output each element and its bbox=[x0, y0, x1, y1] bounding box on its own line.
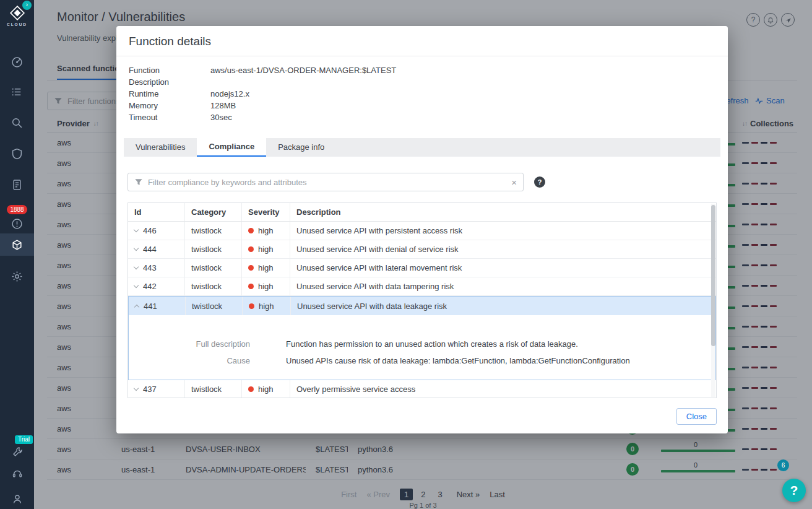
compliance-id: 441 bbox=[144, 302, 157, 311]
detail-label-memory: Memory bbox=[129, 100, 210, 111]
column-header-id[interactable]: Id bbox=[128, 203, 185, 221]
cell-id: 443 bbox=[128, 259, 185, 277]
detail-label-runtime: Runtime bbox=[129, 88, 210, 100]
row-detail-panel: Full descriptionFunction has permission … bbox=[129, 315, 715, 380]
cell-severity: high bbox=[243, 297, 291, 315]
scrollbar-thumb[interactable] bbox=[711, 205, 715, 346]
alert-icon bbox=[11, 218, 23, 230]
search-icon bbox=[11, 117, 23, 129]
detail-cause: CauseUnused APIs cause risk of data leak… bbox=[129, 352, 715, 369]
sidebar-item-defend[interactable] bbox=[0, 143, 34, 164]
logo-text: CLOUD bbox=[0, 22, 34, 27]
compliance-row[interactable]: 446twistlockhighUnused service API with … bbox=[128, 222, 716, 240]
high-severity-icon bbox=[248, 284, 254, 289]
modal-title: Function details bbox=[116, 26, 728, 56]
sidebar-item-radar[interactable] bbox=[0, 51, 34, 72]
compliance-row[interactable]: 443twistlockhighUnused service API with … bbox=[128, 259, 716, 277]
expanded-row-group: 441twistlockhighUnused service API with … bbox=[128, 296, 716, 380]
alert-count-badge: 1888 bbox=[7, 205, 27, 214]
cell-category: twistlock bbox=[186, 297, 243, 315]
help-bubble-button[interactable]: ? bbox=[782, 479, 806, 502]
cell-severity: high bbox=[242, 380, 290, 398]
cell-severity: high bbox=[242, 240, 290, 258]
scrollbar-track[interactable] bbox=[711, 204, 715, 397]
cell-id: 442 bbox=[128, 277, 185, 295]
wrench-icon bbox=[12, 446, 23, 458]
funnel-icon bbox=[134, 178, 143, 186]
compliance-table-body: 446twistlockhighUnused service API with … bbox=[128, 222, 716, 398]
expand-chevron-icon[interactable] bbox=[134, 386, 139, 391]
cell-category: twistlock bbox=[185, 277, 242, 295]
cell-id: 437 bbox=[128, 380, 185, 398]
tab-package-info[interactable]: Package info bbox=[266, 138, 336, 157]
sidebar-item-alerts[interactable] bbox=[0, 213, 34, 234]
cell-severity: high bbox=[242, 259, 290, 277]
cube-icon bbox=[11, 239, 23, 251]
detail-full-description: Full descriptionFunction has permission … bbox=[129, 336, 715, 352]
sidebar-item-profile[interactable] bbox=[0, 489, 34, 509]
tab-compliance[interactable]: Compliance bbox=[197, 138, 266, 157]
function-details-modal: Function details Functionaws/us-east-1/D… bbox=[116, 26, 728, 433]
detail-value-memory: 128MB bbox=[210, 100, 236, 111]
severity-label: high bbox=[258, 263, 274, 272]
sidebar-item-compliance[interactable] bbox=[0, 174, 34, 195]
tab-vulnerabilities[interactable]: Vulnerabilities bbox=[124, 138, 197, 157]
help-count-badge: 6 bbox=[777, 459, 789, 471]
sidebar-item-policies[interactable] bbox=[0, 81, 34, 102]
sidebar-expand-badge[interactable]: › bbox=[22, 1, 32, 10]
compliance-filter[interactable]: × bbox=[127, 173, 524, 191]
cell-severity: high bbox=[242, 277, 290, 295]
detail-label-description: Description bbox=[129, 76, 210, 88]
compliance-filter-input[interactable] bbox=[148, 178, 506, 187]
cell-id: 441 bbox=[129, 297, 186, 315]
collapse-chevron-icon[interactable] bbox=[134, 304, 139, 309]
severity-label: high bbox=[258, 385, 274, 394]
high-severity-icon bbox=[248, 246, 254, 252]
column-header-description[interactable]: Description bbox=[290, 203, 716, 221]
column-header-severity[interactable]: Severity bbox=[242, 203, 290, 221]
cell-description: Unused service API with denial of servic… bbox=[290, 240, 716, 258]
expand-chevron-icon[interactable] bbox=[134, 227, 139, 232]
sidebar-item-serverless-active[interactable] bbox=[0, 233, 34, 256]
full-description-value: Function has permission to an unused act… bbox=[286, 336, 578, 352]
detail-value-function: aws/us-east-1/DVSA-ORDER-MANAGER:$LATEST bbox=[210, 64, 396, 76]
headset-icon bbox=[12, 468, 23, 479]
compliance-row[interactable]: 442twistlockhighUnused service API with … bbox=[128, 277, 716, 296]
high-severity-icon bbox=[249, 303, 254, 309]
cell-description: Unused service API with data tampering r… bbox=[290, 277, 716, 295]
cell-id: 446 bbox=[128, 222, 185, 240]
sidebar-item-utilities[interactable] bbox=[0, 442, 34, 463]
close-button[interactable]: Close bbox=[676, 408, 717, 425]
filter-help-icon[interactable]: ? bbox=[534, 176, 545, 188]
detail-label-function: Function bbox=[129, 64, 210, 76]
document-icon bbox=[11, 179, 23, 191]
detail-value-timeout: 30sec bbox=[210, 111, 232, 123]
compliance-id: 444 bbox=[143, 245, 157, 254]
cell-category: twistlock bbox=[185, 259, 242, 277]
compliance-id: 437 bbox=[143, 385, 157, 394]
expand-chevron-icon[interactable] bbox=[134, 264, 139, 269]
compliance-row[interactable]: 437twistlockhighOverly permissive servic… bbox=[128, 380, 716, 398]
sidebar-item-support[interactable] bbox=[0, 463, 34, 484]
expand-chevron-icon[interactable] bbox=[134, 246, 139, 251]
checklist-icon bbox=[11, 86, 23, 98]
compliance-row[interactable]: 444twistlockhighUnused service API with … bbox=[128, 240, 716, 259]
sidebar-item-search[interactable] bbox=[0, 112, 34, 133]
cell-severity: high bbox=[242, 222, 290, 240]
cell-description: Unused service API with persistent acces… bbox=[290, 222, 716, 240]
compliance-table: Id Category Severity Description 446twis… bbox=[127, 202, 717, 398]
compliance-table-header: Id Category Severity Description bbox=[128, 203, 716, 222]
modal-tabs: Vulnerabilities Compliance Package info bbox=[124, 138, 720, 157]
column-header-category[interactable]: Category bbox=[185, 203, 242, 221]
high-severity-icon bbox=[248, 265, 254, 271]
cell-category: twistlock bbox=[185, 222, 242, 240]
compliance-id: 442 bbox=[143, 282, 157, 291]
severity-label: high bbox=[259, 302, 274, 311]
sidebar-item-settings[interactable] bbox=[0, 266, 34, 287]
compliance-row[interactable]: 441twistlockhighUnused service API with … bbox=[129, 297, 715, 315]
expand-chevron-icon[interactable] bbox=[134, 283, 139, 288]
clear-filter-icon[interactable]: × bbox=[511, 177, 517, 188]
severity-label: high bbox=[258, 226, 274, 235]
function-details-list: Functionaws/us-east-1/DVSA-ORDER-MANAGER… bbox=[116, 56, 728, 123]
shield-icon bbox=[11, 148, 23, 160]
